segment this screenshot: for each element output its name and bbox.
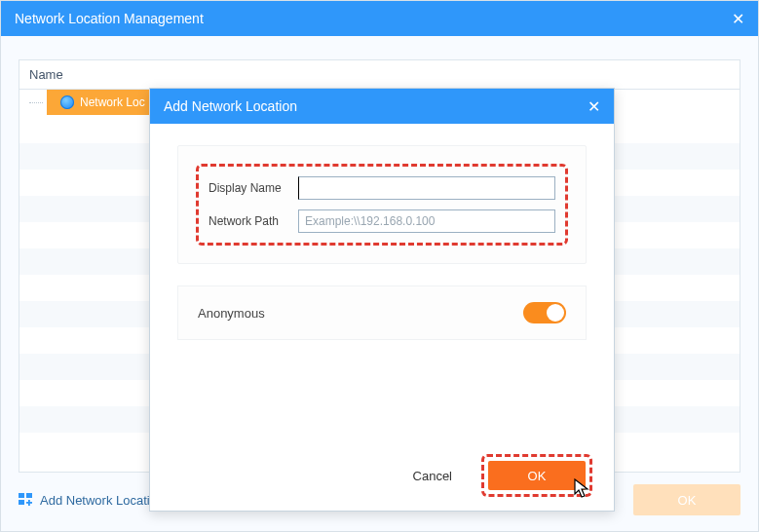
main-window: Network Location Management ✕ Name Netwo… bbox=[0, 0, 759, 532]
dialog-body: Display Name Network Path Anonymous bbox=[150, 124, 614, 361]
titlebar: Network Location Management ✕ bbox=[1, 1, 758, 36]
form-card: Display Name Network Path bbox=[177, 145, 587, 264]
column-header-label: Name bbox=[29, 67, 63, 82]
network-path-input[interactable] bbox=[298, 209, 555, 233]
svg-rect-1 bbox=[26, 493, 32, 498]
dialog-footer: Cancel OK bbox=[413, 454, 592, 497]
form-row-display-name: Display Name bbox=[209, 176, 555, 200]
form-row-network-path: Network Path bbox=[209, 209, 555, 233]
highlight-annotation-ok: OK bbox=[481, 454, 592, 497]
tree-item-label: Network Loc bbox=[80, 95, 145, 109]
dialog-titlebar: Add Network Location ✕ bbox=[150, 89, 614, 124]
toggle-knob bbox=[547, 304, 564, 322]
svg-rect-2 bbox=[19, 500, 24, 505]
svg-rect-4 bbox=[26, 502, 32, 504]
column-header-name[interactable]: Name bbox=[19, 60, 740, 90]
dialog-close-icon[interactable]: ✕ bbox=[588, 97, 600, 116]
tree-connector bbox=[29, 102, 43, 103]
dialog-title: Add Network Location bbox=[164, 98, 297, 114]
footer-ok-button: OK bbox=[633, 484, 740, 515]
content-area: Name Network Loc bbox=[1, 36, 758, 531]
grid-plus-icon bbox=[19, 493, 34, 507]
close-icon[interactable]: ✕ bbox=[732, 10, 744, 28]
network-path-label: Network Path bbox=[209, 214, 298, 228]
window-title: Network Location Management bbox=[15, 11, 204, 26]
highlight-annotation: Display Name Network Path bbox=[196, 164, 568, 246]
anonymous-label: Anonymous bbox=[198, 306, 265, 321]
svg-rect-0 bbox=[19, 493, 24, 498]
add-link-label: Add Network Location bbox=[40, 493, 164, 508]
anonymous-card: Anonymous bbox=[177, 285, 587, 340]
display-name-label: Display Name bbox=[209, 181, 298, 195]
dialog-ok-button[interactable]: OK bbox=[488, 461, 586, 490]
anonymous-toggle[interactable] bbox=[523, 302, 566, 323]
display-name-input[interactable] bbox=[298, 176, 555, 200]
footer-ok-label: OK bbox=[678, 493, 697, 508]
add-network-location-button[interactable]: Add Network Location bbox=[19, 493, 164, 508]
dialog-cancel-button[interactable]: Cancel bbox=[413, 469, 452, 483]
globe-icon bbox=[60, 95, 74, 109]
add-network-location-dialog: Add Network Location ✕ Display Name Netw… bbox=[149, 88, 615, 512]
dialog-ok-label: OK bbox=[528, 469, 547, 483]
